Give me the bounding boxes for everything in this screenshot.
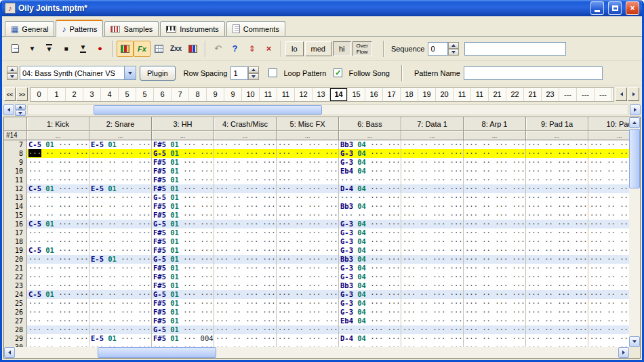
channel-subheader[interactable]: ... — [526, 131, 588, 140]
pattern-cell[interactable]: ··· ·· ··· ··· — [526, 211, 588, 220]
pattern-cell[interactable]: ··· ·· ··· ··· — [214, 264, 277, 273]
pattern-cell[interactable]: Eb4 04 ··· ··· — [339, 167, 401, 176]
plugin-button[interactable]: Plugin — [140, 66, 176, 81]
follow-song-checkbox[interactable]: ✓ Follow Song — [334, 68, 393, 77]
pattern-cell[interactable]: Bb3 04 ··· ··· — [339, 255, 401, 264]
spinner-up-icon[interactable] — [448, 42, 459, 49]
effects-button[interactable]: Fx — [134, 41, 150, 57]
pattern-cell[interactable]: ··· ·· ··· ··· — [89, 167, 152, 176]
instrument-select[interactable]: 04: Bass Synth (Chainer VS — [20, 66, 136, 80]
pattern-cell[interactable]: ··· ·· ··· ··· — [27, 325, 89, 334]
pattern-cell[interactable]: ··· ·· ··· ··· — [401, 193, 464, 202]
pattern-cell[interactable]: D-4 04 ··· ··· — [339, 334, 401, 343]
order-item[interactable]: 15 — [348, 88, 365, 101]
pattern-cell[interactable]: ··· ·· ··· ··· — [526, 228, 588, 237]
pattern-cell[interactable]: ··· ·· ··· ··· — [277, 220, 339, 228]
pattern-cell[interactable]: ··· ·· ··· ··· — [89, 317, 152, 325]
pattern-cell[interactable]: F#5 01 ··· ··· — [152, 264, 214, 273]
pattern-cell[interactable]: ··· ·· ··· ··· — [277, 290, 339, 299]
pattern-cell[interactable]: ··· ·· ··· ··· — [277, 228, 339, 237]
pattern-cell[interactable]: ··· ·· ··· ··· — [464, 325, 526, 334]
pattern-cell[interactable]: ··· ·· ··· ··· — [464, 149, 526, 158]
order-item[interactable]: 17 — [383, 88, 401, 101]
spinner-down-icon[interactable] — [448, 49, 459, 56]
titlebar[interactable]: ♪ Oily Joints.mptm* × — [2, 0, 642, 16]
pattern-cell[interactable]: G-3 04 ··· ··· — [339, 149, 401, 158]
pattern-cell[interactable]: F#5 01 ··· ··· — [152, 299, 214, 308]
pattern-cell[interactable]: ··· ·· ··· ··· — [588, 211, 629, 220]
pattern-cell[interactable]: Bb3 04 ··· ··· — [339, 202, 401, 211]
pattern-cell[interactable]: G-5 01 ··· ··· — [152, 255, 214, 264]
pattern-cell[interactable]: ··· ·· ··· ··· — [464, 299, 526, 308]
pattern-cell[interactable]: ··· ·· ··· ··· — [214, 167, 277, 176]
pattern-cell[interactable]: ··· ·· ··· ··· — [526, 158, 588, 167]
pattern-view[interactable]: 1: Kick2: Snare3: HH4: Crash/Misc5: Misc… — [4, 117, 629, 347]
row-spacing-spinner[interactable] — [248, 66, 259, 80]
pattern-cell[interactable]: G-3 04 ··· ··· — [339, 308, 401, 317]
order-list[interactable]: 0123455678991011111213141516171819201111… — [30, 87, 614, 102]
pattern-cell[interactable]: G-5 01 ··· ··· — [152, 290, 214, 299]
pattern-cell[interactable]: ··· ·· ··· ··· — [214, 228, 277, 237]
pattern-cell[interactable]: Bb3 04 ··· ··· — [339, 281, 401, 290]
pattern-cell[interactable]: ··· ·· ··· ··· — [526, 176, 588, 184]
pattern-cell[interactable]: ··· ·· ··· ··· — [27, 334, 89, 343]
pattern-cell[interactable]: ··· ·· ··· ··· — [277, 193, 339, 202]
pattern-cell[interactable]: ··· ·· ··· ··· — [214, 299, 277, 308]
pattern-cell[interactable]: ··· ·· ··· ··· — [464, 193, 526, 202]
pattern-cell[interactable]: ··· ·· ··· ··· — [526, 299, 588, 308]
pattern-cell[interactable]: ··· ·· ··· ··· — [339, 176, 401, 184]
pattern-cell[interactable]: ··· ·· ··· ··· — [526, 255, 588, 264]
scroll-right-button[interactable] — [618, 347, 629, 358]
pattern-cell[interactable]: ··· ·· ··· ··· — [89, 220, 152, 228]
pattern-cell[interactable]: ··· ·· ··· ··· — [588, 317, 629, 325]
pattern-cell[interactable]: ··· ·· ··· ··· — [277, 184, 339, 193]
channel-header[interactable]: 6: Bass — [339, 117, 401, 131]
tab-samples[interactable]: Samples — [104, 21, 159, 36]
pattern-cell[interactable]: ··· ·· ··· ··· — [277, 149, 339, 158]
vertical-scrollbar[interactable] — [629, 117, 640, 347]
pattern-cell[interactable]: ··· ·· ··· ··· — [464, 176, 526, 184]
pattern-cell[interactable]: G-5 01 ··· ··· — [152, 149, 214, 158]
pattern-cell[interactable]: ··· ·· ··· ··· — [214, 220, 277, 228]
channel-subheader[interactable]: ... — [89, 131, 152, 140]
pattern-cell[interactable]: ··· ·· ··· ··· — [588, 193, 629, 202]
pattern-cell[interactable]: ··· ·· ··· ··· — [464, 228, 526, 237]
vu-meters-button[interactable] — [117, 41, 134, 57]
pattern-cell[interactable]: F#5 01 ··· ··· — [152, 176, 214, 184]
order-item[interactable]: 23 — [542, 88, 559, 101]
channel-manager-button[interactable] — [184, 41, 201, 57]
pattern-cell[interactable]: ··· ·· ··· ··· — [27, 237, 89, 246]
pattern-cell[interactable]: ··· ·· ··· ··· — [277, 308, 339, 317]
pattern-cell[interactable]: G-3 04 ··· ··· — [339, 228, 401, 237]
chevron-down-icon[interactable] — [124, 66, 136, 79]
pattern-cell[interactable]: ··· ·· ··· ··· — [277, 140, 339, 149]
pattern-cell[interactable]: G-3 04 ··· ··· — [339, 273, 401, 281]
pattern-cell[interactable]: ··· ·· ··· ··· — [214, 193, 277, 202]
pattern-cell[interactable]: C-5 01 ··· ··· — [27, 140, 89, 149]
pattern-cell[interactable]: ··· ·· ··· ··· — [27, 273, 89, 281]
pattern-cell[interactable]: ··· ·· ··· ··· — [277, 176, 339, 184]
pattern-cell[interactable]: ··· ·· ··· ··· — [526, 149, 588, 158]
pattern-cell[interactable]: ··· ·· ··· ··· — [214, 255, 277, 264]
pattern-cell[interactable]: ··· ·· ··· ··· — [588, 167, 629, 176]
channel-header[interactable]: 5: Misc FX — [277, 117, 339, 131]
pattern-cell[interactable]: ··· ·· ··· ··· — [214, 290, 277, 299]
pattern-cell[interactable]: ··· ·· ··· ··· — [588, 228, 629, 237]
pattern-cell[interactable]: ··· ·· ··· ··· — [401, 325, 464, 334]
channel-header[interactable]: 10: Pad — [588, 117, 629, 131]
pattern-cell[interactable]: ··· ·· ··· ··· — [526, 220, 588, 228]
pattern-cell[interactable]: ··· ·· ··· ··· — [27, 149, 89, 158]
order-item[interactable]: 11 — [277, 88, 295, 101]
pattern-cell[interactable]: ··· ·· ··· ··· — [27, 167, 89, 176]
pattern-cell[interactable]: ··· ·· ··· ··· — [214, 211, 277, 220]
pattern-cell[interactable]: ··· ·· ··· ··· — [588, 325, 629, 334]
pattern-cell[interactable]: ··· ·· ··· ··· — [27, 202, 89, 211]
order-scroll-left-button[interactable] — [616, 87, 627, 101]
order-item[interactable]: 12 — [295, 88, 313, 101]
pattern-cell[interactable]: ··· ·· ··· ··· — [27, 308, 89, 317]
channel-header[interactable]: 9: Pad 1a — [526, 117, 588, 131]
pattern-cell[interactable]: F#5 01 ··· ··· — [152, 184, 214, 193]
pattern-cell[interactable]: ··· ·· ··· ··· — [401, 149, 464, 158]
spinner-down-icon[interactable] — [15, 110, 26, 116]
pattern-cell[interactable]: ··· ·· ··· ··· — [27, 176, 89, 184]
